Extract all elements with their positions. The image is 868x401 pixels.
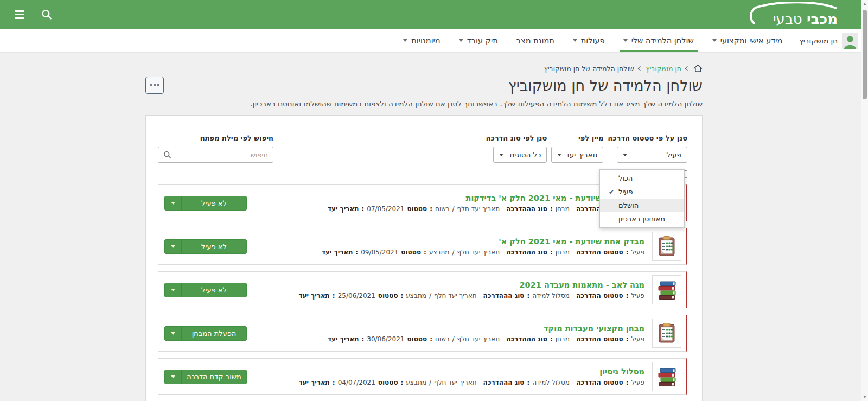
nav-user[interactable]: חן מושקוביץ <box>792 29 858 52</box>
page-description: שולחן הלמידה שלך מציג את כלל משימות הלמי… <box>145 99 703 108</box>
list-item: מבדק אחת שיודעת - מאי 2021 חלק א' תאריך … <box>158 228 687 265</box>
chevron-down-icon <box>573 39 577 42</box>
nav-item-snapshot[interactable]: תמונת מצב <box>507 29 564 52</box>
breadcrumb-current: שולחן הלמידה של חן מושקוביץ <box>544 65 634 73</box>
search-icon <box>163 151 171 159</box>
books-icon <box>652 275 681 304</box>
hamburger-menu-icon[interactable] <box>15 10 24 19</box>
learning-desk-panel: סנן על פי סטטוס הדרכה פעיל מיין לפי תארי… <box>145 115 703 401</box>
status-filter-menu: הכול ✔פעיל הושלם מאוחסן בארכיון <box>599 169 685 228</box>
item-action-button[interactable]: לא פעיל <box>164 283 247 297</box>
chevron-down-icon <box>712 39 717 42</box>
filters-row: סנן על פי סטטוס הדרכה פעיל מיין לפי תארי… <box>158 134 687 163</box>
search-icon[interactable] <box>41 9 53 21</box>
filter-type-group: סנן לפי סוג הדרכה כל הסוגים <box>486 134 547 163</box>
chevron-down-icon <box>171 332 175 335</box>
item-action-button[interactable]: הפעלת המבחן <box>164 326 247 341</box>
menu-option-archived[interactable]: מאוחסן בארכיון <box>600 212 684 226</box>
list-item: מבחן מקצועי מעבדות מוקד תאריך יעד:30/06/… <box>158 315 687 352</box>
button-dropdown-toggle[interactable] <box>165 240 182 253</box>
item-meta: תאריך יעד:30/06/2021 סטטוס:רשום/תאריך יע… <box>247 335 644 343</box>
chevron-down-icon <box>557 154 561 156</box>
nav-item-personal-info[interactable]: מידע אישי ומקצועי <box>703 29 792 52</box>
top-bar: מכבי טבעי <box>0 0 868 29</box>
home-icon[interactable] <box>693 64 703 73</box>
nav-item-skills[interactable]: מיומנויות <box>394 29 449 52</box>
content-area: חן מושקוביץ שולחן הלמידה של חן מושקוביץ … <box>0 53 868 401</box>
chevron-down-icon <box>171 289 175 291</box>
breadcrumb-user-link[interactable]: חן מושקוביץ <box>646 65 681 73</box>
menu-option-active[interactable]: ✔פעיל <box>600 185 684 199</box>
nav-item-my-learning-desk[interactable]: שולחן הלמידה שלי <box>614 29 703 52</box>
logo-text: מכבי טבעי <box>773 11 838 27</box>
chevron-down-icon <box>171 245 175 248</box>
button-dropdown-toggle[interactable] <box>165 327 182 340</box>
menu-option-all[interactable]: הכול <box>600 171 684 185</box>
filter-type-label: סנן לפי סוג הדרכה <box>486 134 547 142</box>
chevron-down-icon <box>623 154 627 156</box>
item-action-button[interactable]: לא פעיל <box>164 196 247 211</box>
scroll-up-arrow-icon[interactable] <box>863 3 866 5</box>
checkmark-icon: ✔ <box>609 188 614 196</box>
button-dropdown-toggle[interactable] <box>165 370 182 384</box>
sort-label: מיין לפי <box>551 134 603 142</box>
scrollbar-thumb[interactable] <box>863 10 867 99</box>
filter-status-group: סנן על פי סטטוס הדרכה פעיל <box>608 134 687 163</box>
chevron-down-icon <box>403 39 407 42</box>
learning-desk-page: { "topbar": { "logo_bold": "מכבי", "logo… <box>0 0 868 401</box>
chevron-down-icon <box>623 39 628 42</box>
sort-group: מיין לפי תאריך יעד <box>551 134 603 163</box>
item-title-link[interactable]: מבדק אחת שיודעת - מאי 2021 חלק א' בדידקו… <box>247 194 644 202</box>
maccabi-tivi-logo[interactable]: מכבי טבעי <box>746 2 840 29</box>
more-options-button[interactable] <box>145 77 164 94</box>
item-meta: תאריך יעד:09/05/2021 סטטוס:מתבצע/תאריך י… <box>247 249 644 256</box>
button-dropdown-toggle[interactable] <box>165 196 182 210</box>
list-item: מסלול ניסיון תאריך יעד:04/07/2021 סטטוס:… <box>158 358 687 395</box>
chevron-down-icon <box>499 154 503 156</box>
list-item: מגה לאב - מתאמות מעבדה 2021 תאריך יעד:25… <box>158 271 687 308</box>
item-title-link[interactable]: מסלול ניסיון <box>247 367 644 376</box>
sort-select[interactable]: תאריך יעד <box>551 147 603 163</box>
books-icon <box>652 362 681 391</box>
search-label: חיפוש לפי מילת מפתח <box>158 134 273 142</box>
chevron-left-icon <box>685 66 690 71</box>
item-action-button[interactable]: לא פעיל <box>164 239 247 254</box>
filter-status-label: סנן על פי סטטוס הדרכה <box>608 134 687 142</box>
item-meta: תאריך יעד:25/06/2021 סטטוס:מתבצע/תאריך י… <box>247 292 644 300</box>
exam-icon <box>652 232 681 261</box>
item-meta: תאריך יעד:07/05/2021 סטטוס:רשום/תאריך יע… <box>247 205 644 213</box>
breadcrumb: חן מושקוביץ שולחן הלמידה של חן מושקוביץ <box>145 64 703 73</box>
keyword-search-group: חיפוש לפי מילת מפתח <box>158 134 273 163</box>
user-avatar-icon <box>842 33 858 49</box>
chevron-down-icon <box>171 202 175 205</box>
item-meta: תאריך יעד:04/07/2021 סטטוס:מתבצע/תאריך י… <box>247 379 644 386</box>
main-nav: חן מושקוביץ מידע אישי ומקצועי שולחן הלמי… <box>0 29 868 53</box>
exam-icon <box>652 319 681 348</box>
user-name: חן מושקוביץ <box>799 36 838 45</box>
chevron-down-icon <box>171 375 175 378</box>
chevron-left-icon <box>637 66 642 71</box>
chevron-down-icon <box>459 39 463 42</box>
scroll-down-arrow-icon[interactable] <box>863 396 866 398</box>
button-dropdown-toggle[interactable] <box>165 283 182 297</box>
nav-item-employee-file[interactable]: תיק עובד <box>450 29 507 52</box>
item-title-link[interactable]: מבחן מקצועי מעבדות מוקד <box>247 324 644 333</box>
search-input[interactable] <box>175 151 268 159</box>
nav-item-actions[interactable]: פעולות <box>564 29 614 52</box>
page-title: שולחן הלמידה של חן מושקוביץ <box>508 77 703 94</box>
item-title-link[interactable]: מבדק אחת שיודעת - מאי 2021 חלק א' <box>247 237 644 246</box>
menu-option-completed[interactable]: הושלם <box>600 199 684 212</box>
item-title-link[interactable]: מגה לאב - מתאמות מעבדה 2021 <box>247 281 644 289</box>
type-filter-select[interactable]: כל הסוגים <box>493 147 547 163</box>
page-scrollbar[interactable] <box>861 0 868 401</box>
status-filter-select[interactable]: פעיל <box>617 147 687 163</box>
item-action-button[interactable]: משוב קדם הדרכה <box>164 370 247 384</box>
